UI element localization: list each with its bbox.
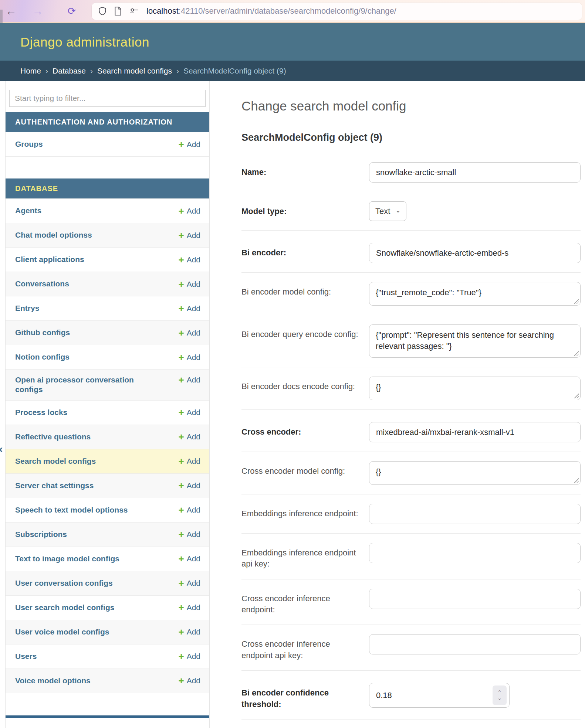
- number-spinner[interactable]: ⌃⌄: [493, 686, 507, 705]
- sidebar-row-voice-model-options: Voice model options+Add: [6, 669, 209, 693]
- plus-icon: +: [178, 353, 184, 362]
- add-search-model-configs-link[interactable]: +Add: [178, 456, 200, 466]
- nav-sidebar: AUTHENTICATION AND AUTHORIZATIONGroups+A…: [5, 81, 210, 728]
- sidebar-item-client-applications[interactable]: Client applications: [15, 255, 84, 264]
- sidebar-item-process-locks[interactable]: Process locks: [15, 408, 67, 417]
- sidebar-item-search-model-configs[interactable]: Search model configs: [15, 456, 96, 466]
- sidebar-item-chat-model-optionss[interactable]: Chat model optionss: [15, 230, 92, 240]
- address-bar[interactable]: localhost:42110/server/admin/database/se…: [92, 3, 582, 20]
- sidebar-item-notion-configs[interactable]: Notion configs: [15, 352, 70, 362]
- bi-encoder-input[interactable]: [369, 243, 581, 263]
- field-area-bi-encoder-model-config: {"trust_remote_code": "True"}: [369, 282, 581, 306]
- model-type-select[interactable]: Text⌄: [369, 201, 406, 221]
- resize-grip-icon[interactable]: [572, 350, 579, 356]
- cross-encoder-input[interactable]: [369, 422, 581, 442]
- add-conversations-link[interactable]: +Add: [178, 279, 200, 289]
- sidebar-item-user-conversation-configs[interactable]: User conversation configs: [15, 578, 113, 588]
- plus-icon: +: [178, 375, 184, 385]
- breadcrumb-link-database[interactable]: Database: [53, 67, 86, 75]
- forward-button[interactable]: →: [30, 6, 46, 17]
- back-button[interactable]: ←: [3, 6, 19, 17]
- add-github-configs-link[interactable]: +Add: [178, 328, 200, 338]
- add-groups-link[interactable]: +Add: [178, 140, 200, 149]
- shield-icon[interactable]: [98, 6, 107, 16]
- sidebar-item-users[interactable]: Users: [15, 652, 37, 661]
- add-chat-model-optionss-link[interactable]: +Add: [178, 231, 200, 240]
- resize-grip-icon[interactable]: [572, 477, 579, 483]
- add-open-ai-processor-conversation-configs-link[interactable]: +Add: [178, 375, 200, 385]
- site-title[interactable]: Django administration: [20, 35, 149, 50]
- form-row-cross-encoder-inference-endpoint-api-key: Cross encoder inference endpoint api key…: [241, 625, 581, 671]
- breadcrumb: Home›Database›Search model configs›Searc…: [0, 61, 585, 81]
- add-text-to-image-model-configs-link[interactable]: +Add: [178, 554, 200, 564]
- embeddings-inference-endpoint-api-key-input[interactable]: [369, 543, 581, 563]
- bi-encoder-query-encode-config-textarea[interactable]: {"prompt": "Represent this sentence for …: [369, 324, 581, 358]
- form-row-embeddings-inference-endpoint: Embeddings inference endpoint:: [241, 494, 581, 534]
- field-label-model-type: Model type:: [241, 201, 369, 221]
- add-reflective-questions-link[interactable]: +Add: [178, 432, 200, 442]
- sidebar-item-conversations[interactable]: Conversations: [15, 279, 69, 289]
- sidebar-row-user-conversation-configs: User conversation configs+Add: [6, 571, 209, 595]
- url-text: localhost:42110/server/admin/database/se…: [146, 6, 396, 16]
- sidebar-section-database[interactable]: DATABASE: [6, 178, 209, 198]
- sidebar-item-reflective-questions[interactable]: Reflective questions: [15, 432, 91, 442]
- add-agents-link[interactable]: +Add: [178, 206, 200, 216]
- sidebar-item-entrys[interactable]: Entrys: [15, 303, 39, 313]
- sidebar-item-speech-to-text-model-optionss[interactable]: Speech to text model optionss: [15, 505, 128, 515]
- embeddings-inference-endpoint-input[interactable]: [369, 504, 581, 524]
- field-area-embeddings-inference-endpoint-api-key: [369, 543, 581, 570]
- sidebar-item-user-search-model-configs[interactable]: User search model configs: [15, 603, 114, 612]
- add-user-voice-model-configs-link[interactable]: +Add: [178, 627, 200, 637]
- add-voice-model-options-link[interactable]: +Add: [178, 676, 200, 686]
- sidebar-item-voice-model-options[interactable]: Voice model options: [15, 676, 91, 686]
- plus-icon: +: [178, 578, 184, 588]
- cross-encoder-inference-endpoint-api-key-input[interactable]: [369, 634, 581, 654]
- add-notion-configs-link[interactable]: +Add: [178, 353, 200, 362]
- refresh-button[interactable]: ⟳: [64, 6, 80, 16]
- field-label-name: Name:: [241, 162, 369, 183]
- spinner-down-icon[interactable]: ⌄: [497, 695, 502, 701]
- sidebar-item-github-configs[interactable]: Github configs: [15, 328, 70, 337]
- add-subscriptions-link[interactable]: +Add: [178, 530, 200, 539]
- add-client-applications-link[interactable]: +Add: [178, 255, 200, 265]
- sidebar-filter-input[interactable]: [9, 90, 206, 107]
- sidebar-item-groups[interactable]: Groups: [15, 139, 43, 149]
- add-user-search-model-configs-link[interactable]: +Add: [178, 603, 200, 612]
- add-entrys-link[interactable]: +Add: [178, 304, 200, 313]
- add-user-conversation-configs-link[interactable]: +Add: [178, 578, 200, 588]
- cross-encoder-model-config-textarea[interactable]: {}: [369, 461, 581, 485]
- sidebar-row-client-applications: Client applications+Add: [6, 247, 209, 272]
- add-process-locks-link[interactable]: +Add: [178, 408, 200, 417]
- sidebar-row-search-model-configs: Search model configs+Add: [6, 449, 209, 473]
- sidebar-item-open-ai-processor-conversation-configs[interactable]: Open ai processor conversation configs: [15, 375, 137, 395]
- sidebar-empty-row: [6, 156, 209, 178]
- sidebar-item-agents[interactable]: Agents: [15, 206, 41, 215]
- sidebar-section-authentication-and-authorization[interactable]: AUTHENTICATION AND AUTHORIZATION: [6, 112, 209, 132]
- form-row-model-type: Model type:Text⌄: [241, 192, 581, 231]
- sidebar-row-notion-configs: Notion configs+Add: [6, 345, 209, 369]
- sidebar-item-user-voice-model-configs[interactable]: User voice model configs: [15, 627, 109, 637]
- add-speech-to-text-model-optionss-link[interactable]: +Add: [178, 505, 200, 515]
- bi-encoder-docs-encode-config-textarea[interactable]: {}: [369, 377, 581, 400]
- form-row-cross-encoder-model-config: Cross encoder model config:{}: [241, 452, 581, 494]
- sidebar-item-server-chat-settingss[interactable]: Server chat settingss: [15, 481, 94, 490]
- resize-grip-icon[interactable]: [572, 392, 579, 398]
- resize-grip-icon[interactable]: [572, 297, 579, 304]
- page-icon[interactable]: [114, 6, 122, 16]
- breadcrumb-link-home[interactable]: Home: [20, 67, 41, 75]
- breadcrumb-link-search-model-configs[interactable]: Search model configs: [97, 67, 172, 75]
- field-label-bi-encoder-docs-encode-config: Bi encoder docs encode config:: [241, 377, 369, 400]
- bi-encoder-confidence-threshold-number-input[interactable]: 0.18⌃⌄: [369, 683, 510, 708]
- add-server-chat-settingss-link[interactable]: +Add: [178, 481, 200, 490]
- add-users-link[interactable]: +Add: [178, 652, 200, 661]
- field-label-embeddings-inference-endpoint-api-key: Embeddings inference endpoint api key:: [241, 543, 369, 570]
- permissions-icon[interactable]: [129, 7, 140, 15]
- sidebar-row-user-voice-model-configs: User voice model configs+Add: [6, 620, 209, 644]
- cross-encoder-inference-endpoint-input[interactable]: [369, 589, 581, 609]
- sidebar-empty-row: [6, 693, 209, 715]
- sidebar-item-subscriptions[interactable]: Subscriptions: [15, 530, 67, 539]
- bi-encoder-model-config-textarea[interactable]: {"trust_remote_code": "True"}: [369, 282, 581, 306]
- sidebar-item-text-to-image-model-configs[interactable]: Text to image model configs: [15, 554, 119, 564]
- sidebar-collapse-icon[interactable]: «: [0, 443, 3, 455]
- name-input[interactable]: [369, 162, 581, 183]
